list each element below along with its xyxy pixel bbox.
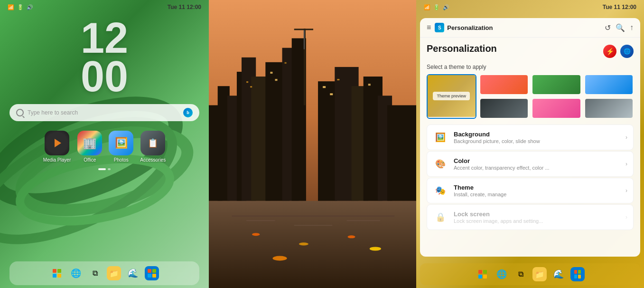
theme-item-red[interactable] [479,74,529,95]
background-desc: Background picture, color, slide show [454,138,620,144]
settings-item-background[interactable]: 🖼️ Background Background picture, color,… [427,125,634,150]
bing-icon-left[interactable]: b [183,108,193,117]
svg-rect-17 [318,81,337,201]
theme-icon: 🎭 [433,183,448,198]
theme-item-dark[interactable] [479,98,529,119]
theme-grid: Theme preview [427,74,634,119]
settings-panel: ≡ S Personalization ↺ 🔍 ↑ Personalizatio… [420,18,640,257]
svg-rect-36 [346,220,380,221]
svg-point-40 [370,247,381,250]
app-label-accessories-left: Accessories [140,157,166,163]
lock-screen-title: Lock screen [454,211,620,218]
page-indicator-left [0,166,209,172]
clock-left: 12 00 [0,14,209,98]
volume-icon-right: 🔊 [443,4,449,10]
settings-item-theme[interactable]: 🎭 Theme Install, create, manage › [427,178,634,203]
app-label-photos-left: Photos [114,157,129,163]
background-title: Background [454,131,620,138]
taskbar-windows-left[interactable] [50,266,64,280]
svg-rect-24 [250,86,252,87]
lock-screen-desc: Lock screen image, apps and setting... [454,218,620,224]
settings-item-color[interactable]: 🎨 Color Accent color, transparency effec… [427,151,634,177]
svg-rect-32 [209,201,416,288]
svg-rect-29 [330,93,333,95]
nav-menu-icon[interactable]: ≡ [427,23,431,32]
clock-minutes-left: 00 [0,58,209,96]
theme-item-gold[interactable]: Theme preview [427,74,476,119]
theme-item-green[interactable] [532,74,581,95]
svg-point-39 [347,235,355,238]
color-chevron: › [625,161,627,167]
theme-item-extra[interactable] [584,98,634,119]
app-label-office-left: Office [84,157,96,163]
status-time-right: Tue 11 12:00 [603,4,636,10]
taskbar-files-left[interactable]: 📁 [107,266,121,280]
lock-screen-chevron: › [625,214,627,221]
color-title: Color [454,157,620,164]
nav-search-icon[interactable]: 🔍 [616,23,625,32]
app-photos-left[interactable]: 🖼️ Photos [109,131,133,163]
status-bar-right: 📶 🔋 🔊 Tue 11 12:00 [416,0,644,14]
app-office-left[interactable]: 🏢 Office [77,131,102,163]
wifi-icon-right: 📶 [424,4,430,10]
page-title: Personalization [427,43,497,54]
svg-rect-28 [323,86,326,88]
search-icon-left [16,109,24,116]
lock-screen-icon: 🔒 [433,210,448,225]
app-label-media-player-left: Media Player [43,157,71,163]
svg-rect-35 [294,225,333,226]
app-icon-photos-left: 🖼️ [109,131,133,155]
color-text: Color Accent color, transparency effect,… [454,157,620,171]
svg-rect-31 [368,84,371,86]
svg-rect-27 [285,62,287,64]
theme-label: Select a theme to apply [427,64,634,70]
center-panel: 📶 🔋 🔊 Tue 11 12:00 12 00 Type here to se… [209,0,416,288]
nav-up-icon[interactable]: ↑ [630,23,634,32]
app-icon-office-left: 🏢 [77,131,102,155]
svg-rect-23 [246,81,248,83]
search-bar-left[interactable]: Type here to search b [9,104,199,121]
header-icon-1[interactable]: ⚡ [603,45,616,58]
svg-point-41 [272,256,287,261]
svg-point-37 [252,233,260,236]
taskbar-multitask-right[interactable]: ⧉ [513,267,528,281]
page-dot-1 [98,168,106,170]
svg-rect-26 [275,79,277,81]
taskbar-store-left[interactable] [145,266,159,280]
app-media-player-left[interactable]: Media Player [43,131,71,163]
taskbar-edge-right[interactable]: 🌊 [551,267,566,281]
theme-item-pink[interactable] [532,98,581,119]
app-icon-accessories-left: 📋 [140,131,165,155]
background-chevron: › [625,134,627,141]
clock-hours-left: 12 [0,19,209,58]
nav-actions: ↺ 🔍 ↑ [605,23,634,32]
taskbar-settings-right[interactable] [570,267,585,281]
app-icon-media-player-left [45,131,69,155]
theme-item-blue[interactable] [584,74,634,95]
color-icon: 🎨 [433,156,448,172]
taskbar-files-right[interactable]: 📁 [532,267,547,281]
taskbar-copilot-left[interactable]: 🌐 [69,266,83,280]
theme-text: Theme Install, create, manage [454,184,620,197]
taskbar-windows-right[interactable] [476,267,490,281]
background-icon: 🖼️ [433,130,448,145]
background-text: Background Background picture, color, sl… [454,131,620,144]
taskbar-multitask-left[interactable]: ⧉ [88,266,102,280]
theme-title: Theme [454,184,620,191]
wifi-icon: 📶 [8,4,14,10]
nav-title-area: S Personalization [435,23,601,32]
svg-rect-34 [246,220,275,221]
header-icon-2[interactable]: 🌐 [620,45,634,58]
volume-icon: 🔊 [27,4,33,10]
taskbar-edge-left[interactable]: 🌊 [126,266,140,280]
status-bar-left: 📶 🔋 🔊 Tue 11 12:00 [0,0,209,14]
battery-icon: 🔋 [17,4,24,10]
page-dot-2 [108,168,111,170]
nav-refresh-icon[interactable]: ↺ [605,23,611,32]
settings-list: 🖼️ Background Background picture, color,… [427,125,634,230]
theme-chevron: › [625,187,627,194]
taskbar-copilot-right[interactable]: 🌐 [495,267,509,281]
app-grid-left: Media Player 🏢 Office 🖼️ Photos 📋 Access… [0,127,209,166]
app-accessories-left[interactable]: 📋 Accessories [140,131,166,163]
search-placeholder-left: Type here to search [28,109,179,116]
